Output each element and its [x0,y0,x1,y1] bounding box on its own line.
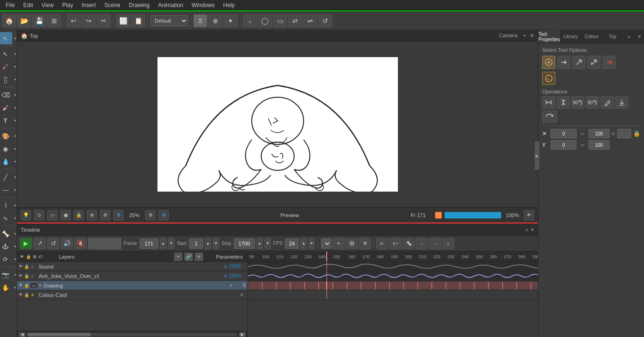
frame-up-btn[interactable]: ▲ [160,238,166,249]
stop-down-btn[interactable]: ▼ [264,238,271,249]
scroll-track[interactable] [27,333,237,337]
timeline-add-button[interactable]: + [526,227,528,233]
arrow-right-btn[interactable] [557,56,570,69]
angled-arrow-btn[interactable] [587,56,601,69]
rotate-subtool-btn[interactable] [542,110,557,123]
fill-button[interactable]: ◉ [0,143,12,155]
transform-tool[interactable]: ⇄ [288,14,302,27]
contour-select-button[interactable]: ↖ [0,48,12,60]
safe-area-btn[interactable]: ⊕ [87,210,97,220]
menu-file[interactable]: File [2,1,18,9]
select-tool-button[interactable]: ↖ [0,32,12,44]
fps-down-btn[interactable]: ▼ [308,238,315,249]
animate-button[interactable]: ✦ [223,14,238,27]
audio-on-button[interactable]: 🔊 [61,238,73,249]
lock-btn[interactable]: 🔒 [74,210,84,220]
color-card-btn[interactable]: ⚙ [158,210,169,220]
arrow-fwd-btn[interactable]: → [429,238,441,249]
view-mode-btn[interactable]: ⊙ [34,210,44,220]
save-as-button[interactable]: ⊞ [47,14,61,27]
column-btn[interactable]: ⊞ [346,238,358,249]
camera-add-button[interactable]: + [523,33,526,39]
stop-up-btn[interactable]: ▲ [256,238,263,249]
paste-button[interactable]: 📋 [131,14,145,27]
tab-close-button[interactable]: ✕ [635,30,644,43]
camera-close-button[interactable]: ✕ [530,33,534,39]
anim-key-btn[interactable]: ⬦ [442,238,454,249]
subtract-button[interactable]: — [0,184,12,196]
open-button[interactable]: 📂 [17,14,31,27]
pen-tool-btn[interactable] [601,96,614,109]
tab-tool-properties[interactable]: Tool Properties [538,30,561,43]
panel-collapse-handle[interactable]: ▶ [535,142,539,170]
bone-button[interactable]: 🦴 [0,227,12,240]
hand-button[interactable]: ✋ [0,281,12,294]
layer-row-voice[interactable]: 👁 🔒 ♫ Anti_Joke_Voice_Over_v1 ⊙ 100% [17,271,248,281]
menu-scene[interactable]: Scene [100,1,124,9]
wave-button[interactable]: ∿ [0,212,12,224]
menu-help[interactable]: Help [219,1,239,9]
morph-button[interactable]: ⟳ [0,253,12,265]
tab-colour[interactable]: Colour [581,30,602,43]
select-option-btn[interactable] [542,56,555,69]
loop-button[interactable]: ↺ [47,238,59,249]
ink-button[interactable]: 🖌 [0,101,12,114]
frame-input[interactable] [140,238,158,249]
layer-row-drawing[interactable]: 👁 🔒 ▭ ✎ Drawing + 5 [17,281,248,290]
refresh-button[interactable]: ↺ [318,14,332,27]
undo-button[interactable]: ↩ [66,14,81,27]
start-input[interactable] [189,238,203,249]
flip-horizontal-btn[interactable] [542,96,555,109]
zoom-settings[interactable]: ⚙ [145,210,156,220]
display-btn[interactable]: ▭ [47,210,58,220]
drawing-add-btn[interactable]: + [227,282,235,289]
layers-scrollbar[interactable]: ◀ ▶ [17,331,248,337]
fps-input[interactable] [285,238,299,249]
rect-tool[interactable]: ▭ [273,14,287,27]
circle-tool[interactable]: ◯ [258,14,272,27]
menu-windows[interactable]: Windows [188,1,219,9]
zoom-progress-bar[interactable] [445,212,501,219]
navigate-button[interactable]: ↗ [33,238,46,249]
rotate-90cw-btn[interactable]: 90° [571,96,585,109]
save-button[interactable]: 💾 [32,14,46,27]
timeline-close-button[interactable]: ✕ [530,227,534,232]
x-field-input[interactable] [551,129,577,138]
frame-down-btn[interactable]: ▼ [168,238,174,249]
eraser-button[interactable]: ⌫ [0,89,12,101]
redo-button[interactable]: ↪ [82,14,96,27]
tab-library[interactable]: Library [561,30,581,43]
audio-off-button[interactable]: 🔇 [74,238,87,249]
bone-btn[interactable]: 🦴 [403,238,415,249]
pencil-button[interactable]: 🖊 [0,60,12,73]
x-right-input[interactable] [588,129,610,138]
play-button[interactable]: ▶ [20,238,32,249]
start-down-btn[interactable]: ▼ [213,238,219,249]
arrow-back-btn[interactable]: ← [416,238,428,249]
y-field-input[interactable] [551,140,577,150]
line-button[interactable]: ╱ [0,171,12,183]
paint-button[interactable]: 🎨 [0,130,12,142]
grid-btn[interactable]: ⚙ [100,210,110,220]
x-extra-input[interactable] [617,129,631,138]
preview-mode-select[interactable] [321,238,331,249]
scroll-right-btn[interactable]: ▶ [239,332,246,337]
flip-vertical-btn[interactable] [557,96,570,109]
add-keyframe[interactable]: ⬦ [243,14,257,27]
brush-button[interactable]: ⣿ [0,73,12,85]
fps-up-btn[interactable]: ▲ [300,238,307,249]
y-right-input[interactable] [588,140,610,150]
light-toggle[interactable]: 💡 [21,210,31,220]
rotate-90ccw-btn[interactable]: 90° [586,96,599,109]
color-btn[interactable]: ⚙ [113,210,124,220]
scroll-left-btn[interactable]: ◀ [19,332,25,337]
layers-link-btn[interactable]: 🔗 [184,253,193,261]
aspect-btn[interactable]: ▣ [60,210,71,220]
text-button[interactable]: T [0,114,12,126]
new-button[interactable]: 🏠 [2,14,16,27]
camera-button[interactable]: 📷 [0,269,12,281]
cut-tool-button[interactable]: ✂ [97,14,111,27]
scrubber-area[interactable] [88,238,121,249]
menu-edit[interactable]: Edit [19,1,37,9]
onion-skin-button[interactable]: ⧖ [193,14,207,27]
